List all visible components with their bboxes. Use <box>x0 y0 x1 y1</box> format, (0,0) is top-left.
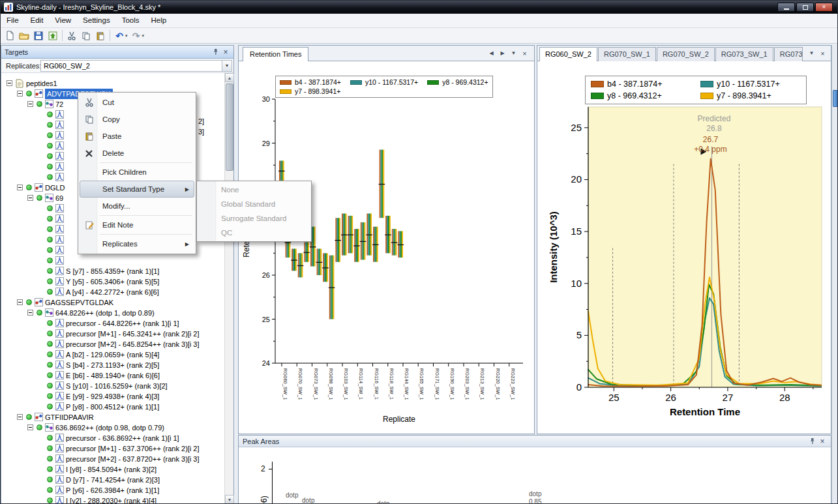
collapse-toggle-icon[interactable] <box>17 91 23 96</box>
tab-retention-times[interactable]: Retention Times <box>243 47 308 61</box>
minimize-button[interactable] <box>777 3 795 12</box>
status-dot-icon <box>47 247 53 253</box>
tree-row[interactable] <box>1 256 224 266</box>
menu-settings[interactable]: Settings <box>77 14 116 27</box>
menu-dropdown-icon[interactable]: ▼ <box>807 49 816 57</box>
menu-tools[interactable]: Tools <box>116 14 145 27</box>
standard-type-submenu: NoneGlobal StandardSurrogate StandardQC <box>196 181 312 242</box>
menu-view[interactable]: View <box>49 14 77 27</box>
scroll-left-icon[interactable]: ◀ <box>487 49 496 57</box>
tree-row[interactable]: P [y6] - 626.3984+ (rank 1)[1] <box>1 485 224 496</box>
collapse-toggle-icon[interactable] <box>17 414 23 420</box>
tree-row[interactable]: 644.8226++ (dotp 1, dotp 0.89) <box>1 308 224 318</box>
open-button[interactable] <box>17 29 31 43</box>
collapse-toggle-icon[interactable] <box>7 80 12 86</box>
tree-row[interactable]: I [y2] - 288.2030+ (rank 4)[4] <box>1 496 224 504</box>
peak-areas-y-axis <box>272 462 273 504</box>
tree-row[interactable]: D [y7] - 741.4254+ (rank 2)[3] <box>1 475 224 485</box>
save-button[interactable] <box>31 29 46 43</box>
collapse-toggle-icon[interactable] <box>17 185 23 190</box>
menu-edit[interactable]: Edit <box>25 14 50 27</box>
tree-row[interactable]: precursor [M+2] - 645.8254++ (rank 3)[i … <box>1 339 224 349</box>
redo-button[interactable]: ↷ <box>129 29 143 43</box>
tree-row[interactable]: S [y10] - 1016.5259+ (rank 3)[2] <box>1 381 224 391</box>
copy-button[interactable] <box>79 29 93 43</box>
tree-row[interactable]: precursor - 636.8692++ (rank 1)[i 1] <box>1 433 224 443</box>
replicates-combobox[interactable]: RG060_SW_2 ▼ <box>40 60 232 72</box>
tree-row[interactable]: 636.8692++ (dotp 0.98, dotp 0.79) <box>1 422 224 433</box>
side-scrollbar-thumb[interactable] <box>833 90 838 107</box>
context-menu-item-paste[interactable]: Paste <box>80 128 194 145</box>
scroll-down-icon[interactable]: ▼ <box>225 495 234 504</box>
context-menu-item-pick-children[interactable]: Pick Children <box>80 164 194 181</box>
tree-row[interactable]: A [y4] - 442.2772+ (rank 6)[6] <box>1 287 224 297</box>
main-toolbar: ↶▾↷▾ <box>1 28 837 44</box>
replicate-tab-rg070_sw_1[interactable]: RG070_SW_1 <box>598 47 656 61</box>
scrollbar-thumb[interactable] <box>226 83 233 171</box>
tree-row[interactable]: precursor [M+1] - 645.3241++ (rank 2)[i … <box>1 329 224 339</box>
close-panel-icon[interactable]: × <box>818 437 827 446</box>
tree-row[interactable]: precursor - 644.8226++ (rank 1)[i 1] <box>1 318 224 329</box>
toolbar-separator <box>110 30 110 41</box>
replicate-tab-rg073[interactable]: RG073 <box>774 47 803 61</box>
close-panel-icon[interactable]: × <box>221 48 230 57</box>
close-graph-icon[interactable]: × <box>520 49 529 57</box>
submenu-item-qc[interactable]: QC <box>198 226 310 240</box>
pin-icon[interactable] <box>211 48 220 57</box>
replicate-tab-rg060_sw_2[interactable]: RG060_SW_2 <box>539 47 597 61</box>
cut-button[interactable] <box>65 29 79 43</box>
tree-row[interactable]: I [y8] - 854.5094+ (rank 3)[2] <box>1 464 224 475</box>
status-dot-icon <box>47 237 53 243</box>
context-menu-item-cut[interactable]: Cut <box>80 94 194 111</box>
context-menu-item-replicates[interactable]: Replicates▶ <box>80 235 194 252</box>
chevron-down-icon[interactable]: ▼ <box>222 61 232 71</box>
close-button[interactable]: × <box>815 3 833 12</box>
collapse-toggle-icon[interactable] <box>27 310 33 316</box>
context-menu-item-delete[interactable]: Delete <box>80 145 194 162</box>
tree-row[interactable]: GAGSSEPVTGLDAK <box>1 297 224 308</box>
context-menu-item-modify[interactable]: Modify... <box>80 198 194 215</box>
undo-button[interactable]: ↶ <box>112 29 127 43</box>
scroll-right-icon[interactable]: ▶ <box>498 49 507 57</box>
tree-row[interactable]: E [y9] - 929.4938+ (rank 4)[3] <box>1 391 224 402</box>
submenu-item-global-standard[interactable]: Global Standard <box>198 197 310 211</box>
collapse-toggle-icon[interactable] <box>17 299 23 305</box>
redo-dropdown-icon[interactable]: ▾ <box>142 33 145 38</box>
tree-row[interactable]: GTFIIDPAAVIR <box>1 412 224 422</box>
menu-help[interactable]: Help <box>145 14 173 27</box>
undo-dropdown-icon[interactable]: ▾ <box>125 33 128 38</box>
replicate-tab-rg073_sw_1[interactable]: RG073_SW_1 <box>715 47 773 61</box>
publish-button[interactable] <box>46 29 60 43</box>
tree-row[interactable]: precursor [M+2] - 637.8720++ (rank 3)[i … <box>1 454 224 464</box>
tree-row[interactable]: E [b6] - 489.1940+ (rank 6)[6] <box>1 370 224 381</box>
menu-file[interactable]: File <box>1 14 25 27</box>
pin-icon[interactable] <box>807 437 816 446</box>
tree-row[interactable]: A [b2] - 129.0659+ (rank 5)[4] <box>1 349 224 360</box>
tree-row[interactable]: Y [y5] - 605.3406+ (rank 5)[5] <box>1 276 224 287</box>
context-menu-item-copy[interactable]: Copy <box>80 111 194 128</box>
collapse-toggle-icon[interactable] <box>27 424 33 430</box>
tree-row[interactable]: P [y8] - 800.4512+ (rank 1)[1] <box>1 402 224 412</box>
close-graph-icon[interactable]: × <box>818 49 827 57</box>
maximize-button[interactable] <box>796 3 814 12</box>
skyline-window: Skyline-daily - Ireshyn_Skyline_Block_4.… <box>0 0 838 504</box>
status-dot-icon <box>37 424 42 430</box>
submenu-item-none[interactable]: None <box>198 183 310 197</box>
targets-scrollbar[interactable]: ▲ ▼ <box>224 73 233 504</box>
legend-label: y10 - 1167.5317+ <box>717 80 780 89</box>
submenu-item-surrogate-standard[interactable]: Surrogate Standard <box>198 211 310 226</box>
collapse-toggle-icon[interactable] <box>27 195 33 201</box>
replicate-tab-rg070_sw_2[interactable]: RG070_SW_2 <box>657 47 715 61</box>
tree-row[interactable]: peptides1 <box>1 78 224 89</box>
tree-row[interactable]: precursor [M+1] - 637.3706++ (rank 2)[i … <box>1 443 224 454</box>
scroll-up-icon[interactable]: ▲ <box>225 73 234 82</box>
svg-text:RG114_SW_1: RG114_SW_1 <box>358 368 364 400</box>
context-menu-item-edit-note[interactable]: Edit Note <box>80 216 194 233</box>
tree-row[interactable]: S [y7] - 855.4359+ (rank 1)[1] <box>1 266 224 276</box>
context-menu-item-set-standard-type[interactable]: Set Standard Type▶ <box>80 181 194 198</box>
tree-row[interactable]: S [b4] - 273.1193+ (rank 2)[5] <box>1 360 224 370</box>
new-button[interactable] <box>3 29 17 43</box>
paste-button[interactable] <box>93 29 108 43</box>
menu-dropdown-icon[interactable]: ▼ <box>509 49 518 57</box>
collapse-toggle-icon[interactable] <box>27 101 33 107</box>
